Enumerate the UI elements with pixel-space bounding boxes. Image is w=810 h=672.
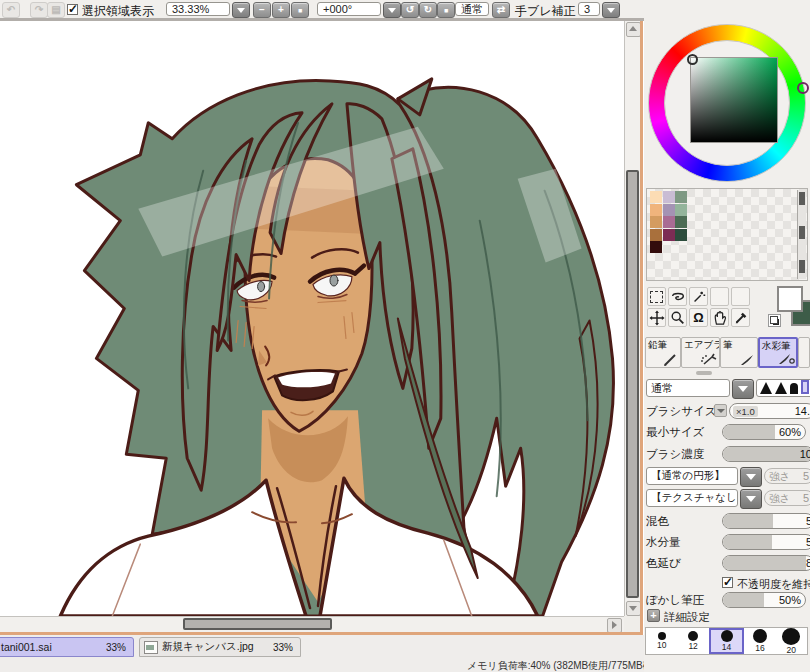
min-size-slider[interactable]: 60% [722,424,806,440]
saturation-value-square[interactable] [690,57,778,143]
color-swatch[interactable] [675,191,687,203]
brush-size-multiplier: ×1.0 [733,406,758,417]
color-swatch[interactable] [650,241,662,253]
color-swatch[interactable] [650,216,662,228]
brush-shape-dropdown[interactable] [740,467,762,487]
hue-marker[interactable] [797,82,809,94]
brush-size-preset-12[interactable]: 12 [677,628,708,654]
brush-size-slider[interactable]: ×1.0 14. [729,403,810,419]
canvas-vertical-scrollbar[interactable] [624,21,640,616]
color-swatch[interactable] [675,229,687,241]
scroll-up-button[interactable] [626,22,641,37]
history-menu-button[interactable]: ▤ [47,2,65,18]
zoom-in-button[interactable]: + [272,2,290,18]
brush-size-preset-20[interactable]: 20 [776,628,807,654]
foreground-color-swatch[interactable] [777,286,803,312]
blend-mode-field[interactable]: 通常 [455,2,489,16]
angle-value-field[interactable]: +000° [317,2,381,16]
edge-shape-sharp-icon[interactable] [760,382,772,394]
rotate-cw-icon: ↻ [424,5,432,15]
flip-icon: ⇄ [497,5,505,15]
marquee-icon [650,291,663,303]
rotate-cw-button[interactable]: ↻ [419,2,437,18]
move-tool[interactable] [647,308,666,327]
color-swatch[interactable] [663,216,675,228]
redo-button[interactable]: ↷ [30,2,48,18]
keep-opacity-checkbox[interactable] [722,577,733,588]
flip-button[interactable]: ⇄ [492,2,510,18]
undo-button[interactable]: ↶ [2,2,20,18]
rotate-ccw-button[interactable]: ↺ [401,2,419,18]
stabilizer-dropdown-button[interactable] [602,2,620,18]
expand-advanced-icon[interactable]: + [647,609,660,622]
mix-value: 5 [806,515,810,527]
brush-size-unit-dropdown[interactable] [714,404,727,417]
empty-tool-slot [710,287,729,306]
edge-shape-selected-icon[interactable] [801,380,809,394]
lasso-tool[interactable] [668,287,687,306]
tab-airbrush[interactable]: エアブラシ [681,337,720,368]
swatches-scrollbar[interactable] [797,190,806,279]
brush-size-preset-14[interactable]: 14 [709,628,744,654]
magnifier-icon [670,310,686,326]
zoom-tool[interactable] [668,308,687,327]
vertical-scroll-thumb[interactable] [626,170,639,598]
memory-usage-text: メモリ負荷率:40% (382MB使用/775MB確保) [467,659,666,672]
swap-colors-icon[interactable] [768,314,781,327]
tab-partial[interactable] [798,337,810,368]
edge-shape-round-icon[interactable] [790,383,798,394]
menu-icon: ▤ [51,5,60,15]
zoom-out-button[interactable]: − [253,2,271,18]
stabilizer-field[interactable]: 3 [578,2,600,16]
tab-brush[interactable]: 筆 [720,337,758,368]
brush-blend-field[interactable]: 通常 [646,379,730,397]
brush-edge-shape-selector[interactable] [756,379,810,397]
canvas-horizontal-scrollbar[interactable] [0,616,624,632]
brush-texture-dropdown[interactable] [740,489,762,509]
color-swatch[interactable] [650,229,662,241]
shape-strength-slider: 強さ 5 [764,468,810,484]
brush-texture-field[interactable]: 【テクスチャなし】 [646,489,738,507]
document-zoom: 33% [273,642,293,653]
document-tab-tani001[interactable]: tani001.sai 33% [0,637,134,657]
brush-shape-field[interactable]: 【通常の円形】 [646,467,738,485]
density-slider[interactable]: 10 [722,446,810,462]
document-tab-new-canvas[interactable]: 新規キャンバス.jpg 33% [139,637,301,657]
dilution-slider[interactable]: 8 [722,555,810,571]
zoom-value-field[interactable]: 33.33% [166,2,230,16]
angle-dropdown-button[interactable] [383,2,401,18]
rect-select-tool[interactable] [647,287,666,306]
scroll-down-button[interactable] [626,601,641,616]
sv-marker[interactable] [687,54,698,65]
color-swatch[interactable] [663,229,675,241]
color-swatch[interactable] [650,204,662,216]
horizontal-scroll-thumb[interactable] [183,618,332,630]
tab-pencil-label: 鉛筆 [648,339,667,352]
color-swatch[interactable] [663,191,675,203]
color-swatch[interactable] [675,216,687,228]
tab-pencil[interactable]: 鉛筆 [645,337,681,368]
hand-tool[interactable] [710,308,729,327]
blur-pressure-slider[interactable]: 50% [722,592,806,608]
brush-size-preset-16[interactable]: 16 [744,628,775,654]
selection-visible-checkbox[interactable] [67,4,78,15]
color-swatch[interactable] [675,204,687,216]
brush-size-preset-10[interactable]: 10 [646,628,677,654]
edge-shape-sharp2-icon[interactable] [775,382,787,394]
magic-wand-tool[interactable] [689,287,708,306]
zoom-dropdown-button[interactable] [232,2,250,18]
eyedropper-tool[interactable] [731,308,750,327]
zoom-reset-button[interactable]: ■ [291,2,309,18]
brush-blend-dropdown[interactable] [732,379,754,399]
panel-divider-handle[interactable] [696,371,712,375]
water-slider[interactable]: 5 [722,534,810,550]
color-swatch[interactable] [663,204,675,216]
color-swatch[interactable] [650,191,662,203]
rotate-view-tool[interactable]: Ω [689,308,708,327]
canvas[interactable] [0,21,624,616]
tab-watercolor[interactable]: 水彩筆 [758,337,798,368]
mix-slider[interactable]: 5 [722,513,810,529]
scroll-right-button[interactable] [607,618,622,633]
rotate-reset-button[interactable]: ■ [437,2,455,18]
tab-airbrush-label: エアブラシ [684,339,720,352]
